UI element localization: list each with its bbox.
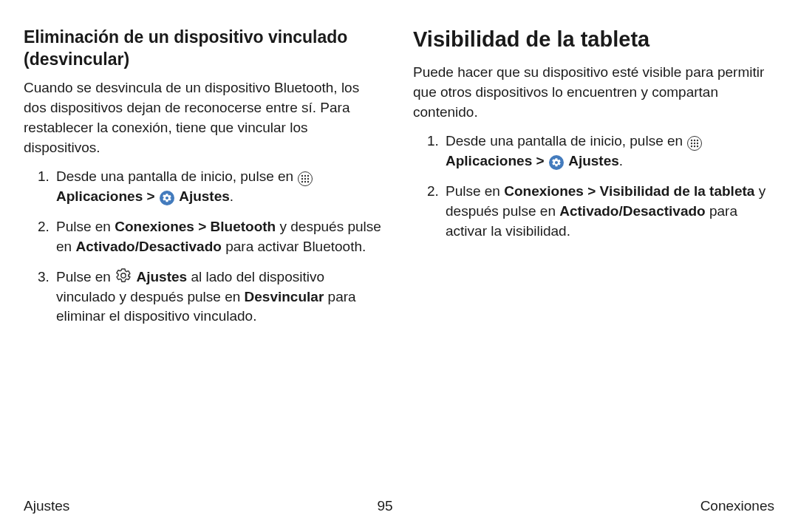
visibility-step-2: Pulse en Conexiones > Visibilidad de la … xyxy=(443,182,774,242)
unpair-step-2: Pulse en Conexiones > Bluetooth y despué… xyxy=(53,217,385,257)
svg-point-1 xyxy=(304,174,306,176)
svg-point-3 xyxy=(301,177,303,179)
left-column: Eliminación de un dispositivo vinculado … xyxy=(24,27,385,492)
visibility-step-1: Desde una pantalla de inicio, pulse en A… xyxy=(443,132,774,171)
svg-point-7 xyxy=(304,180,306,182)
step-end: . xyxy=(619,153,623,168)
unpair-steps: Desde una pantalla de inicio, pulse en A… xyxy=(24,167,385,327)
page-footer: Ajustes 95 Conexiones xyxy=(24,492,774,514)
svg-point-13 xyxy=(694,143,695,144)
step-sep: > xyxy=(532,153,548,168)
svg-point-6 xyxy=(301,180,303,182)
settings-gear-icon xyxy=(160,191,174,205)
svg-point-12 xyxy=(691,143,692,144)
svg-point-5 xyxy=(307,177,309,179)
settings-label: Ajustes xyxy=(179,188,230,204)
step-end: . xyxy=(230,188,233,204)
step-text: Desde una pantalla de inicio, pulse en xyxy=(56,168,297,184)
apps-label: Aplicaciones xyxy=(56,188,143,204)
right-column: Visibilidad de la tableta Puede hacer qu… xyxy=(413,27,774,492)
visibility-intro: Puede hacer que su dispositivo esté visi… xyxy=(413,63,774,123)
step-sep: > xyxy=(143,188,159,204)
apps-grid-icon xyxy=(687,136,702,151)
apps-label: Aplicaciones xyxy=(446,153,532,168)
step-bold: Ajustes xyxy=(137,269,188,284)
svg-point-14 xyxy=(697,143,698,144)
page-content: Eliminación de un dispositivo vinculado … xyxy=(24,27,774,492)
svg-point-4 xyxy=(304,177,306,179)
step-text: para activar Bluetooth. xyxy=(222,239,366,254)
unpair-intro: Cuando se desvincula de un dispositivo B… xyxy=(24,78,385,158)
step-text: Pulse en xyxy=(446,183,504,199)
svg-point-0 xyxy=(301,174,303,176)
footer-page-number: 95 xyxy=(377,498,392,514)
settings-gear-icon xyxy=(549,155,564,170)
step-bold: Activado/Desactivado xyxy=(75,239,221,254)
settings-label: Ajustes xyxy=(568,153,619,168)
step-text: Desde una pantalla de inicio, pulse en xyxy=(446,133,686,149)
step-bold: Activado/Desactivado xyxy=(559,203,705,219)
svg-point-11 xyxy=(697,140,698,141)
visibility-heading: Visibilidad de la tableta xyxy=(413,27,774,52)
step-text: Pulse en xyxy=(56,269,115,284)
apps-grid-icon xyxy=(298,171,313,186)
svg-point-17 xyxy=(697,146,698,147)
svg-point-10 xyxy=(694,140,695,141)
footer-left: Ajustes xyxy=(24,498,69,514)
svg-point-9 xyxy=(691,140,692,141)
svg-point-15 xyxy=(691,146,692,147)
step-text: Pulse en xyxy=(56,219,115,234)
unpair-step-1: Desde una pantalla de inicio, pulse en A… xyxy=(53,167,385,207)
step-bold: Desvincular xyxy=(245,289,324,304)
svg-point-16 xyxy=(694,146,695,147)
svg-point-8 xyxy=(307,180,309,182)
step-bold: Conexiones > Bluetooth xyxy=(115,219,276,234)
step-bold: Conexiones > Visibilidad de la tableta xyxy=(504,183,754,199)
unpair-step-3: Pulse en Ajustes al lado del dispositivo… xyxy=(53,267,385,327)
footer-right: Conexiones xyxy=(700,498,774,514)
unpair-heading: Eliminación de un dispositivo vinculado … xyxy=(24,27,385,71)
visibility-steps: Desde una pantalla de inicio, pulse en A… xyxy=(413,132,774,242)
svg-point-2 xyxy=(307,174,309,176)
settings-gear-outline-icon xyxy=(115,267,132,284)
